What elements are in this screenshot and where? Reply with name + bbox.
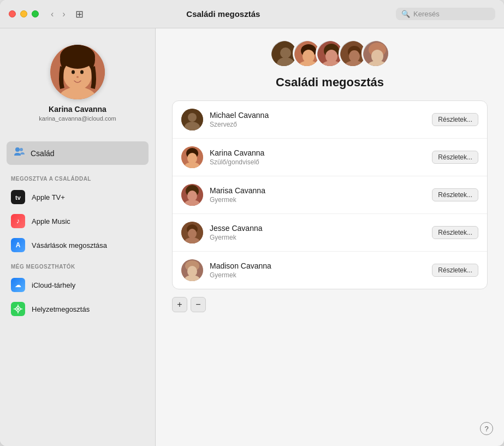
traffic-lights [9,10,39,17]
table-row: Marisa Cavanna Gyermek Részletek... [173,176,487,214]
svg-point-21 [280,47,291,58]
sidebar-item-label-purchases: Vásárlások megosztása [32,241,107,249]
bottom-buttons: + − [172,297,488,312]
profile-section: Karina Cavanna karina_cavanna@icloud.com [0,39,155,133]
avatar [50,45,105,99]
member-name: Madison Cavanna [210,261,432,270]
main-panel: Családi megosztás Michael [156,28,504,446]
svg-point-9 [20,148,23,151]
table-row: Michael Cavanna Szervező Részletek... [173,101,487,139]
help-button[interactable]: ? [480,422,493,435]
sidebar-item-label-icloud: iCloud-tárhely [32,281,75,289]
family-avatar-madison [361,39,390,68]
sidebar: Karina Cavanna karina_cavanna@icloud.com… [0,28,156,446]
details-button-karina[interactable]: Részletek... [432,151,478,164]
details-button-madison[interactable]: Részletek... [432,264,478,277]
sidebar-item-icloud[interactable]: ☁ iCloud-tárhely [0,273,155,297]
member-name: Karina Cavanna [210,148,432,157]
svg-point-15 [17,308,19,310]
sidebar-section-label-more: MÉG MEGOSZTHATÓK [0,257,155,273]
search-box: 🔍 [396,8,495,20]
appstore-icon: A [11,238,25,252]
family-icon [13,146,25,160]
search-icon: 🔍 [401,10,410,18]
main-content: Családi megosztás Michael [156,28,504,323]
svg-text:☁: ☁ [15,281,21,289]
location-icon [11,302,25,316]
main-window: ‹ › ⊞ Családi megosztás 🔍 [0,0,504,446]
applemusic-icon: ♪ [11,214,25,228]
member-role: Gyermek [210,271,432,279]
member-info-michael: Michael Cavanna Szervező [210,111,432,128]
member-role: Szervező [210,121,432,128]
sidebar-item-applemusic[interactable]: ♪ Apple Music [0,209,155,233]
svg-point-6 [80,70,84,74]
minimize-button[interactable] [20,10,27,17]
svg-point-5 [72,70,75,74]
svg-text:A: A [16,241,21,249]
svg-point-7 [76,76,79,78]
sidebar-item-appletv[interactable]: tv Apple TV+ [0,185,155,209]
svg-text:tv: tv [15,194,21,201]
svg-point-34 [349,50,360,62]
remove-member-button[interactable]: − [191,297,206,312]
sidebar-item-location[interactable]: Helyzetmegosztás [0,297,155,321]
table-row: Karina Cavanna Szülő/gondviselő Részlete… [173,139,487,176]
svg-point-41 [188,113,197,122]
sidebar-section-family: Család [7,141,149,165]
sidebar-item-label-appletv: Apple TV+ [32,193,65,201]
family-avatars [172,39,488,68]
sidebar-item-label-location: Helyzetmegosztás [32,305,90,313]
svg-point-8 [15,147,20,152]
table-row: Jesse Cavanna Gyermek Részletek... [173,214,487,252]
svg-point-3 [60,45,95,69]
member-name: Michael Cavanna [210,111,432,120]
member-avatar-karina [181,146,203,168]
member-name: Marisa Cavanna [210,186,432,195]
member-avatar-madison [181,259,203,281]
member-info-marisa: Marisa Cavanna Gyermek [210,186,432,204]
member-info-jesse: Jesse Cavanna Gyermek [210,224,432,241]
close-button[interactable] [9,10,16,17]
profile-name: Karina Cavanna [49,105,106,114]
content-area: Karina Cavanna karina_cavanna@icloud.com… [0,28,504,446]
member-name: Jesse Cavanna [210,224,432,233]
sidebar-item-family[interactable]: Család [7,141,149,165]
svg-point-53 [188,229,197,239]
maximize-button[interactable] [32,10,39,17]
member-avatar-jesse [181,222,203,243]
table-row: Madison Cavanna Gyermek Részletek... [173,252,487,289]
window-title: Családi megosztás [51,9,396,19]
svg-text:♪: ♪ [16,217,20,225]
titlebar: ‹ › ⊞ Családi megosztás 🔍 [0,0,504,28]
details-button-jesse[interactable]: Részletek... [432,226,478,239]
member-info-madison: Madison Cavanna Gyermek [210,261,432,279]
member-info-karina: Karina Cavanna Szülő/gondviselő [210,148,432,166]
member-avatar-michael [181,109,203,130]
sidebar-item-purchases[interactable]: A Vásárlások megosztása [0,233,155,257]
appletv-icon: tv [11,190,25,204]
member-avatar-marisa [181,184,203,206]
details-button-michael[interactable]: Részletek... [432,113,478,126]
details-button-marisa[interactable]: Részletek... [432,188,478,201]
icloud-icon: ☁ [11,278,25,292]
sidebar-section-label-shared: MEGOSZTVA A CSALÁDDAL [0,169,155,185]
member-role: Gyermek [210,234,432,241]
add-member-button[interactable]: + [172,297,187,312]
sidebar-item-label-family: Család [31,149,55,158]
member-role: Gyermek [210,196,432,204]
search-input[interactable] [413,10,490,18]
profile-email: karina_cavanna@icloud.com [39,115,116,122]
family-list: Michael Cavanna Szervező Részletek... [172,100,488,289]
member-role: Szülő/gondviselő [210,158,432,166]
main-title: Családi megosztás [172,75,488,90]
sidebar-item-label-applemusic: Apple Music [32,217,70,225]
